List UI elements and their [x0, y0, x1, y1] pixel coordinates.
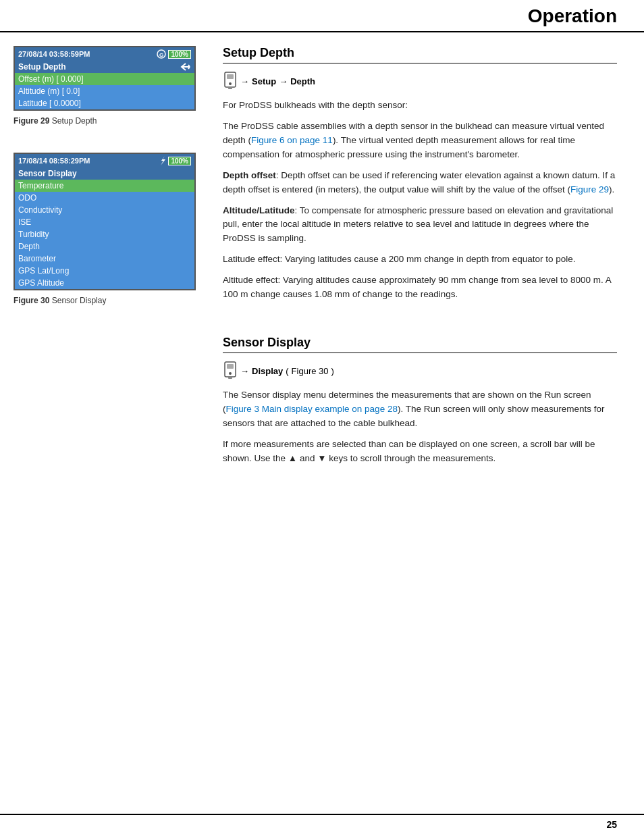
figure29-caption: Figure 29 Setup Depth	[14, 116, 209, 126]
svg-rect-11	[227, 364, 234, 369]
screen30-title-row: Sensor Display	[15, 167, 194, 180]
svg-point-8	[229, 82, 232, 85]
battery-display30: 100%	[168, 157, 191, 165]
screen29-item-1: Altitude (m) [ 0.0]	[15, 85, 194, 97]
setup-depth-para1: For ProDSS bulkheads with the depth sens…	[223, 99, 617, 113]
sensor-nav-arrow: →	[240, 366, 249, 376]
section-gap	[223, 309, 617, 322]
screen29-datetime: 27/08/14 03:58:59PM	[18, 50, 90, 58]
right-column: Setup Depth → Setup → Depth For ProDSS b…	[223, 46, 617, 473]
nav-arrow-1: →	[240, 76, 249, 86]
nav-arrow-2: →	[279, 76, 288, 86]
sensor-nav-paren-close: )	[331, 366, 334, 376]
svg-rect-13	[228, 377, 232, 379]
sd-para1-link: Figure 3 Main display example on page 28	[226, 404, 398, 414]
sd-para2-suffix: keys to scroll through the measurements.	[327, 453, 496, 463]
back-icon	[180, 62, 191, 72]
alt-effect-para: Altitude effect: Varying altitudes cause…	[223, 273, 617, 302]
sd-tri-down: ▼	[317, 453, 326, 463]
screen30-header: 17/08/14 08:58:29PM 100%	[15, 154, 194, 167]
screen29-battery-area: G 100%	[157, 49, 191, 59]
depth-offset-label: Depth offset	[223, 170, 276, 180]
sensor-display-para1: The Sensor display menu determines the m…	[223, 388, 617, 431]
depth-offset-para: Depth offset: Depth offset can be used i…	[223, 169, 617, 197]
depth-offset-link: Figure 29	[570, 184, 609, 194]
alt-lat-para: Altitude/Latitude: To compensate for atm…	[223, 204, 617, 246]
screen30-item-4: Turbidity	[15, 228, 194, 240]
svg-point-12	[229, 372, 232, 375]
device-nav-icon-1	[223, 72, 238, 90]
battery-display29: 100%	[168, 50, 191, 59]
setup-depth-title: Setup Depth	[223, 46, 617, 63]
screen30-title: Sensor Display	[18, 169, 77, 178]
device-nav-icon-2	[223, 361, 238, 380]
svg-rect-9	[228, 87, 232, 89]
sensor-nav-display-label: Display	[252, 366, 283, 376]
sensor-nav-figure-link: Figure 30	[292, 366, 329, 376]
depth-offset-end: ).	[609, 184, 614, 194]
svg-marker-5	[161, 156, 165, 165]
lat-effect-para: Latitude effect: Varying latitudes cause…	[223, 253, 617, 267]
screen30-battery-area: 100%	[159, 156, 191, 165]
screen30-item-8: GPS Altitude	[15, 277, 194, 289]
sensor-nav-paren-open: (	[286, 366, 288, 376]
figure-29-screen: 27/08/14 03:58:59PM G 100% Setup Depth	[14, 46, 196, 111]
para2-link: Figure 6 on page 11	[251, 135, 333, 145]
sensor-display-nav: → Display ( Figure 30 )	[223, 361, 617, 380]
screen30-item-1: ODO	[15, 192, 194, 204]
svg-text:G: G	[159, 52, 163, 58]
setup-depth-para2: The ProDSS cable assemblies with a depth…	[223, 120, 617, 162]
gps-icon: G	[157, 49, 166, 59]
page-footer: 25	[0, 814, 644, 834]
svg-rect-7	[227, 74, 234, 79]
screen30-item-0: Temperature	[15, 180, 194, 192]
screen30-item-6: Barometer	[15, 253, 194, 265]
lightning-icon	[159, 156, 166, 165]
screen29-title: Setup Depth	[18, 62, 66, 72]
nav-setup: Setup	[252, 76, 276, 86]
screen29-title-row: Setup Depth	[15, 61, 194, 73]
nav-depth: Depth	[290, 76, 315, 86]
page-title: Operation	[27, 5, 617, 27]
sd-and: and	[297, 453, 317, 463]
screen30-item-3: ISE	[15, 216, 194, 228]
figure-30-screen: 17/08/14 08:58:29PM 100% Sensor Display …	[14, 153, 196, 290]
screen30-item-2: Conductivity	[15, 204, 194, 216]
figure30-caption: Figure 30 Sensor Display	[14, 296, 209, 305]
alt-lat-label: Altitude/Latitude	[223, 205, 295, 215]
page-body: 27/08/14 03:58:59PM G 100% Setup Depth	[0, 32, 644, 486]
section-gap2	[223, 322, 617, 336]
screen29-item-0: Offset (m) [ 0.000]	[15, 73, 194, 85]
page-header: Operation	[0, 0, 644, 32]
screen30-item-7: GPS Lat/Long	[15, 265, 194, 277]
page-number: 25	[606, 819, 617, 830]
sensor-display-para2: If more measurements are selected than c…	[223, 438, 617, 466]
sd-tri-up: ▲	[288, 453, 297, 463]
screen29-item-2: Latitude [ 0.0000]	[15, 97, 194, 109]
screen30-item-5: Depth	[15, 240, 194, 253]
setup-depth-nav: → Setup → Depth	[223, 72, 617, 90]
screen29-header: 27/08/14 03:58:59PM G 100%	[15, 47, 194, 61]
left-column: 27/08/14 03:58:59PM G 100% Setup Depth	[14, 46, 209, 473]
sensor-display-title: Sensor Display	[223, 336, 617, 353]
depth-offset-text: : Depth offset can be used if referencin…	[223, 170, 615, 194]
screen30-datetime: 17/08/14 08:58:29PM	[18, 157, 90, 165]
